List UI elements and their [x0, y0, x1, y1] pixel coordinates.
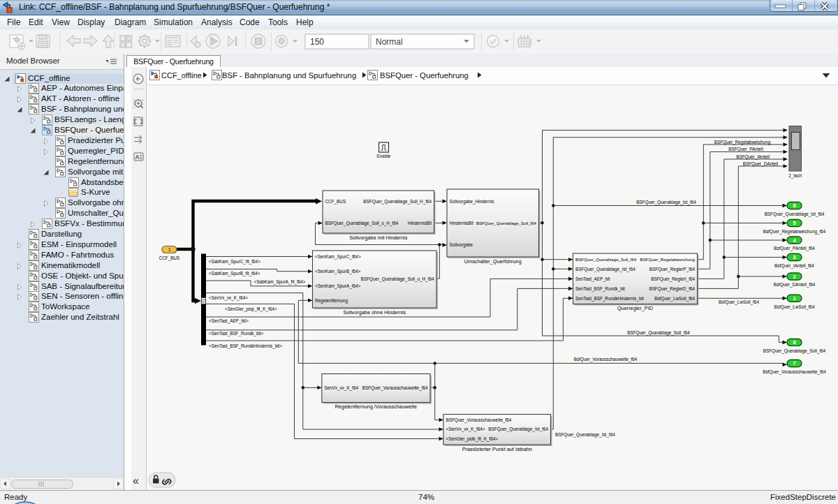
svg-text:SenTast_BSF_Rundk_bit: SenTast_BSF_Rundk_bit	[575, 286, 625, 292]
svg-text:3: 3	[793, 254, 795, 260]
svg-text:BSFQuer_Querablage_Soll_f64: BSFQuer_Querablage_Soll_f64	[763, 348, 826, 354]
svg-text:BSFQuer_Querablage_Soll_o_H_f6: BSFQuer_Querablage_Soll_o_H_f64	[325, 221, 399, 226]
svg-text:<SenGier_psib_flt_K_f64>: <SenGier_psib_flt_K_f64>	[446, 436, 499, 442]
svg-text:BSFQuer_Regelabweichung: BSFQuer_Regelabweichung	[640, 257, 696, 262]
svg-text:2: 2	[793, 274, 795, 280]
svg-text:BSFQuer_Regelabweichung: BSFQuer_Regelabweichung	[714, 140, 771, 145]
svg-text:BSF - Bahnplanung und Spurfueh: BSF - Bahnplanung und Spurfuehrung	[222, 71, 356, 80]
svg-text:Regelentfernung /Vorausschauwe: Regelentfernung /Vorausschauweite	[335, 403, 417, 410]
svg-text:Sollvorgabe_Hindernis: Sollvorgabe_Hindernis	[450, 199, 494, 205]
svg-text:BSFQuer_Querablage_Soll_o_H_f6: BSFQuer_Querablage_Soll_o_H_f64	[361, 276, 434, 282]
svg-text:BsfQuer_Vorausschauweite_f64: BsfQuer_Vorausschauweite_f64	[574, 357, 638, 362]
svg-text:«: «	[133, 475, 139, 487]
svg-text:Sollvorgabe ohne Hindernis: Sollvorgabe ohne Hindernis	[343, 309, 406, 316]
svg-text:<SenGier_psip_flt_K_f64>: <SenGier_psip_flt_K_f64>	[225, 306, 277, 312]
svg-text:BSFQuer_ReglerI_f64: BSFQuer_ReglerI_f64	[651, 276, 695, 282]
svg-text:1: 1	[793, 295, 795, 302]
svg-text:HindernisBit: HindernisBit	[408, 221, 432, 225]
svg-text:Querregler_PID: Querregler_PID	[617, 305, 653, 311]
svg-text:BSFQuer_Querablage_Ist_f64: BSFQuer_Querablage_Ist_f64	[575, 267, 635, 272]
svg-text:SenVx_vx_K_f64: SenVx_vx_K_f64	[324, 385, 358, 391]
svg-text:BSFQuer_Querablage_Ist_f64: BSFQuer_Querablage_Ist_f64	[555, 432, 615, 438]
svg-text:CCF_offline: CCF_offline	[161, 71, 202, 80]
svg-text:HindernisBit: HindernisBit	[450, 221, 473, 225]
svg-text:Praedizierter Punkt auf Istbah: Praedizierter Punkt auf Istbahn	[462, 446, 532, 452]
svg-text:BsfQuer_PAnteil_f64: BsfQuer_PAnteil_f64	[774, 246, 815, 251]
svg-text:BsfQuer_Vorausschauweite_f64: BsfQuer_Vorausschauweite_f64	[763, 369, 826, 375]
svg-text:5: 5	[793, 220, 795, 226]
svg-text:BSFQuer_PAnteil: BSFQuer_PAnteil	[728, 147, 763, 152]
svg-text:SenTast_BSF_RundkHindernis_bit: SenTast_BSF_RundkHindernis_bit	[575, 296, 644, 302]
svg-text:CCF_BUS: CCF_BUS	[159, 255, 180, 261]
svg-text:BsfQuer_LwSoll_f64: BsfQuer_LwSoll_f64	[774, 304, 815, 310]
svg-text:Sollvorgabe: Sollvorgabe	[450, 242, 473, 248]
svg-text:BsfQuer_Regelabweichung_f64: BsfQuer_Regelabweichung_f64	[763, 229, 826, 235]
svg-text:Regelentfernung: Regelentfernung	[315, 298, 348, 304]
svg-text:2_fach: 2_fach	[788, 173, 802, 179]
svg-text:BSFQuer_Vorausschauweite_f64: BSFQuer_Vorausschauweite_f64	[446, 417, 512, 423]
svg-text:Enable: Enable	[377, 154, 391, 158]
svg-text:BSFQuer_Querablage_Soll_f64: BSFQuer_Querablage_Soll_f64	[627, 330, 690, 336]
svg-text:8: 8	[793, 339, 795, 346]
svg-text:BSFQuer_DAnteil: BSFQuer_DAnteil	[743, 161, 778, 167]
svg-text:BsfQuer_DAnteil_f64: BsfQuer_DAnteil_f64	[774, 282, 816, 288]
svg-text:BSFQuer_Querablage_Soll_f64: BSFQuer_Querablage_Soll_f64	[575, 257, 637, 262]
svg-text:Sollvorgabe mit Hindernis: Sollvorgabe mit Hindernis	[349, 235, 407, 241]
svg-text:<SabKam_SpurA_flt_f64>: <SabKam_SpurA_flt_f64>	[254, 279, 306, 285]
svg-text:BSFQuer_ReglerP_f64: BSFQuer_ReglerP_f64	[649, 267, 696, 272]
svg-text:BSFQuer_Querablage_Ist_f64: BSFQuer_Querablage_Ist_f64	[636, 200, 696, 205]
svg-text:7: 7	[793, 360, 795, 366]
svg-text:BSFQuer_Vorausschauweite_f64: BSFQuer_Vorausschauweite_f64	[362, 385, 428, 391]
svg-text:<SabKam_SpurB_flt_f64>: <SabKam_SpurB_flt_f64>	[209, 271, 260, 276]
svg-text:<SenTast_BSF_Rundk_bit>: <SenTast_BSF_Rundk_bit>	[209, 331, 264, 336]
svg-text:BSFQuer - Querfuehrung: BSFQuer - Querfuehrung	[380, 71, 469, 80]
svg-text:CCF_BUS: CCF_BUS	[325, 199, 346, 205]
svg-text:150: 150	[310, 37, 324, 47]
svg-text:<SenVx_vx_K_f64>: <SenVx_vx_K_f64>	[446, 427, 485, 432]
svg-text:6: 6	[793, 202, 795, 209]
svg-text:<SenKam_SpurB_f64>: <SenKam_SpurB_f64>	[315, 269, 361, 274]
svg-text:SenTast_AEP_bit: SenTast_AEP_bit	[575, 276, 610, 282]
svg-text:<SabKam_SpurC_flt_f64>: <SabKam_SpurC_flt_f64>	[209, 259, 260, 265]
svg-text:BsfQuer_LwSoll_f64: BsfQuer_LwSoll_f64	[654, 296, 695, 302]
svg-text:BSFQuer_Querablage_Soll_f64: BSFQuer_Querablage_Soll_f64	[476, 221, 537, 225]
svg-text:BSFQuer_Querablage_Ist_f64: BSFQuer_Querablage_Ist_f64	[488, 427, 548, 432]
svg-text:BsfQuer_LwSoll_f64: BsfQuer_LwSoll_f64	[719, 299, 759, 305]
svg-text:BSFQuer_Querablage_Ist_f64: BSFQuer_Querablage_Ist_f64	[765, 212, 825, 217]
svg-text:BSFQuer_ReglerD_f64: BSFQuer_ReglerD_f64	[649, 286, 695, 292]
svg-text:<SenVx_vx_K_f64>: <SenVx_vx_K_f64>	[209, 295, 248, 301]
svg-text:Umschalter_Querführung: Umschalter_Querführung	[464, 258, 522, 265]
svg-text:<SenTast_BSF_RundkHindernis_bi: <SenTast_BSF_RundkHindernis_bit>	[209, 343, 282, 349]
svg-text:A: A	[135, 154, 140, 161]
svg-text:<SenKam_SpurC_f64>: <SenKam_SpurC_f64>	[315, 254, 361, 260]
svg-text:<SenKam_SpurA_f64>: <SenKam_SpurA_f64>	[315, 283, 361, 289]
svg-text:Normal: Normal	[376, 37, 403, 47]
svg-text:<SenTast_AEP_bit>: <SenTast_AEP_bit>	[209, 318, 249, 324]
svg-text:BsfQuer_IAnteil_f64: BsfQuer_IAnteil_f64	[774, 263, 814, 269]
svg-text:BSFQuer_IAnteil: BSFQuer_IAnteil	[736, 154, 770, 160]
svg-text:1: 1	[168, 246, 170, 253]
svg-text:BSFQuer_Querablage_Soll_H_f64: BSFQuer_Querablage_Soll_H_f64	[363, 199, 432, 205]
